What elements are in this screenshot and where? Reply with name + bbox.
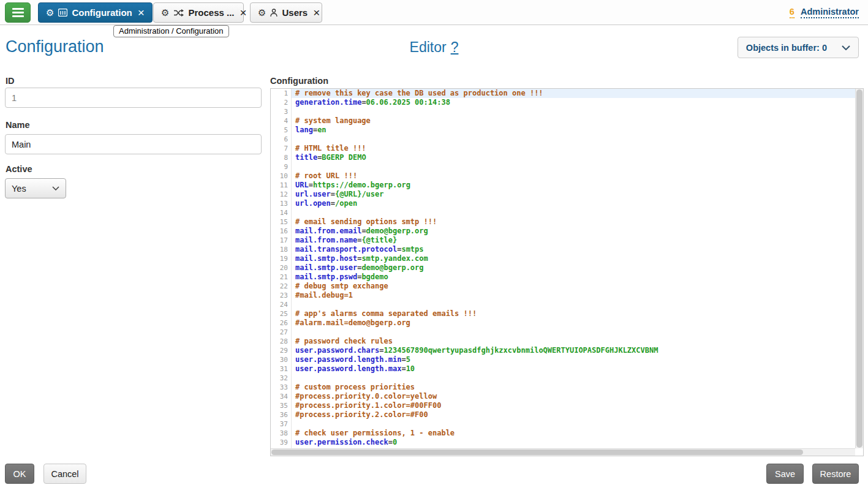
code-line[interactable]: 5lang=en: [271, 126, 863, 135]
config-module-icon: [58, 9, 67, 17]
code-content: [292, 420, 863, 429]
line-number: 38: [271, 429, 292, 438]
code-line[interactable]: 16mail.from.email=demo@bgerp.org: [271, 227, 863, 236]
chevron-down-icon: [842, 45, 850, 50]
horizontal-scrollbar-thumb[interactable]: [271, 450, 803, 455]
code-content: mail.from.name={@title}: [292, 236, 863, 245]
line-number: 11: [271, 181, 292, 190]
code-line[interactable]: 24: [271, 300, 863, 309]
code-lines: 1# remove this key case the DB used as p…: [271, 89, 863, 456]
help-link[interactable]: ?: [451, 39, 459, 55]
line-number: 2: [271, 98, 292, 107]
ok-button[interactable]: OK: [5, 464, 34, 484]
code-line[interactable]: 6: [271, 135, 863, 144]
code-content: [292, 374, 863, 383]
close-icon[interactable]: ×: [138, 7, 145, 18]
code-content: # HTML title !!!: [292, 144, 863, 153]
code-line[interactable]: 2generation.time=06.06.2025 00:14:38: [271, 98, 863, 107]
code-content: user.permission.check=0: [292, 438, 863, 447]
code-content: URL=https://demo.bgerp.org: [292, 181, 863, 190]
code-line[interactable]: 23#mail.debug=1: [271, 291, 863, 300]
line-number: 14: [271, 208, 292, 217]
code-line[interactable]: 8title=BGERP DEMO: [271, 153, 863, 162]
code-line[interactable]: 22# debug smtp exchange: [271, 282, 863, 291]
code-line[interactable]: 9: [271, 162, 863, 171]
code-line[interactable]: 4# system language: [271, 116, 863, 126]
code-content: #mail.debug=1: [292, 291, 863, 300]
code-content: mail.smtp.user=demo@bgerp.org: [292, 263, 863, 273]
code-line[interactable]: 33# custom process priorities: [271, 383, 863, 392]
code-line[interactable]: 20mail.smtp.user=demo@bgerp.org: [271, 263, 863, 273]
restore-button[interactable]: Restore: [812, 464, 859, 484]
save-button[interactable]: Save: [766, 464, 804, 484]
user-area: 6 Administrator: [790, 7, 859, 18]
shuffle-icon: [173, 9, 184, 17]
code-line[interactable]: 10# root URL !!!: [271, 171, 863, 181]
code-line[interactable]: 29user.password.chars=1234567890qwertyup…: [271, 346, 863, 355]
tab-process[interactable]: ⚙ Process ... ×: [153, 2, 244, 23]
code-line[interactable]: 19mail.smtp.host=smtp.yandex.com: [271, 254, 863, 263]
code-line[interactable]: 7# HTML title !!!: [271, 144, 863, 153]
code-content: [292, 135, 863, 144]
code-line[interactable]: 35#process.priority.1.color=#00FF00: [271, 401, 863, 410]
code-content: user.password.length.min=5: [292, 355, 863, 364]
code-line[interactable]: 18mail.transport.protocol=smtps: [271, 245, 863, 254]
line-number: 16: [271, 227, 292, 236]
active-select[interactable]: Yes: [5, 178, 66, 198]
line-number: 36: [271, 410, 292, 420]
tab-label: Configuration: [72, 7, 132, 18]
buffer-dropdown[interactable]: Objects in buffer: 0: [738, 37, 859, 58]
code-line[interactable]: 21mail.smtp.pswd=bgdemo: [271, 273, 863, 282]
code-line[interactable]: 30user.password.length.min=5: [271, 355, 863, 364]
config-code-editor[interactable]: 1# remove this key case the DB used as p…: [270, 88, 864, 456]
code-line[interactable]: 14: [271, 208, 863, 217]
id-input[interactable]: [5, 88, 262, 108]
line-number: 13: [271, 199, 292, 208]
code-line[interactable]: 31user.password.length.max=10: [271, 364, 863, 374]
code-line[interactable]: 17mail.from.name={@title}: [271, 236, 863, 245]
code-content: # password check rules: [292, 337, 863, 346]
code-line[interactable]: 12url.user={@URL}/user: [271, 190, 863, 199]
code-line[interactable]: 36#process.priority.2.color=#F00: [271, 410, 863, 420]
name-label: Name: [6, 120, 30, 130]
code-line[interactable]: 37: [271, 420, 863, 429]
code-line[interactable]: 11URL=https://demo.bgerp.org: [271, 181, 863, 190]
active-label: Active: [6, 164, 32, 174]
code-line[interactable]: 25# app's alarms comma separated emails …: [271, 309, 863, 318]
tab-users[interactable]: ⚙ Users ×: [250, 2, 322, 23]
editor-label: Configuration: [270, 76, 328, 86]
code-line[interactable]: 27: [271, 328, 863, 337]
line-number: 21: [271, 273, 292, 282]
vertical-scrollbar-thumb[interactable]: [856, 89, 862, 448]
code-line[interactable]: 38# check user permissions, 1 - enable: [271, 429, 863, 438]
code-line[interactable]: 32: [271, 374, 863, 383]
vertical-scrollbar[interactable]: [855, 89, 863, 448]
code-line[interactable]: 39user.permission.check=0: [271, 438, 863, 447]
name-input[interactable]: [5, 134, 262, 154]
code-line[interactable]: 28# password check rules: [271, 337, 863, 346]
line-number: 7: [271, 144, 292, 153]
line-number: 26: [271, 318, 292, 328]
horizontal-scrollbar[interactable]: [271, 448, 855, 456]
code-content: user.password.chars=1234567890qwertyupas…: [292, 346, 863, 355]
line-number: 12: [271, 190, 292, 199]
code-line[interactable]: 1# remove this key case the DB used as p…: [271, 89, 863, 98]
cancel-button[interactable]: Cancel: [43, 464, 86, 484]
code-content: # custom process priorities: [292, 383, 863, 392]
code-content: #process.priority.2.color=#F00: [292, 410, 863, 420]
code-line[interactable]: 15# email sending options smtp !!!: [271, 217, 863, 227]
code-content: # email sending options smtp !!!: [292, 217, 863, 227]
code-line[interactable]: 26#alarm.mail=demo@bgerp.org: [271, 318, 863, 328]
menu-button[interactable]: [5, 2, 31, 23]
gear-icon: ⚙: [161, 8, 169, 17]
current-user-link[interactable]: Administrator: [801, 7, 859, 18]
code-line[interactable]: 34#process.priority.0.color=yellow: [271, 392, 863, 401]
close-icon[interactable]: ×: [313, 7, 320, 18]
code-line[interactable]: 3: [271, 107, 863, 116]
code-line[interactable]: 13url.open=/open: [271, 199, 863, 208]
code-content: user.password.length.max=10: [292, 364, 863, 374]
close-icon[interactable]: ×: [240, 7, 247, 18]
line-number: 18: [271, 245, 292, 254]
tab-configuration[interactable]: ⚙ Configuration ×: [38, 2, 153, 23]
notification-count-badge[interactable]: 6: [790, 7, 794, 18]
